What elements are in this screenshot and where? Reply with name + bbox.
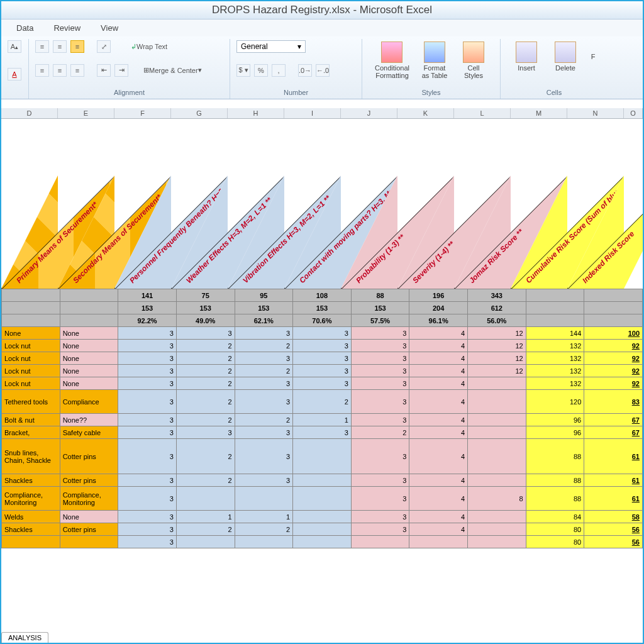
data-cell[interactable] <box>468 414 526 426</box>
summary-cell[interactable] <box>60 302 118 314</box>
data-cell[interactable]: Compliance, Monitoring <box>60 487 118 511</box>
data-cell[interactable]: 3 <box>118 414 177 426</box>
data-cell[interactable]: 56 <box>584 523 643 536</box>
data-cell[interactable]: 144 <box>526 327 584 340</box>
data-cell[interactable]: 3 <box>351 327 409 340</box>
data-cell[interactable]: 2 <box>176 352 235 365</box>
data-cell[interactable]: 3 <box>235 439 293 474</box>
data-cell[interactable]: 132 <box>526 352 584 365</box>
summary-cell[interactable]: 141 <box>118 289 177 302</box>
data-cell[interactable]: Compliance, Monitoring <box>2 487 60 511</box>
data-cell[interactable]: 3 <box>235 474 293 487</box>
summary-cell[interactable]: 153 <box>235 302 293 314</box>
delete-cells[interactable]: Delete <box>548 40 583 73</box>
data-cell[interactable]: 2 <box>235 340 293 352</box>
data-cell[interactable]: 3 <box>293 327 352 340</box>
col-header[interactable]: O <box>624 108 643 118</box>
data-cell[interactable]: None?? <box>60 414 118 426</box>
data-cell[interactable] <box>293 536 352 548</box>
data-cell[interactable]: 2 <box>235 365 293 377</box>
data-cell[interactable]: 3 <box>351 340 409 352</box>
align-mid[interactable]: ≡ <box>53 40 67 53</box>
summary-cell[interactable]: 75 <box>176 289 235 302</box>
data-cell[interactable]: 12 <box>468 327 526 340</box>
data-cell[interactable]: 2 <box>293 390 352 414</box>
percent[interactable]: % <box>254 64 268 77</box>
format-cells[interactable]: F <box>587 52 599 62</box>
summary-cell[interactable] <box>2 289 60 302</box>
data-cell[interactable]: 4 <box>409 377 468 390</box>
data-cell[interactable]: 3 <box>351 352 409 365</box>
data-cell[interactable]: 2 <box>176 390 235 414</box>
data-cell[interactable]: 3 <box>351 390 409 414</box>
data-cell[interactable] <box>468 474 526 487</box>
data-cell[interactable]: 80 <box>526 523 584 536</box>
data-cell[interactable] <box>351 536 409 548</box>
data-cell[interactable]: 3 <box>118 377 177 390</box>
data-cell[interactable]: 2 <box>235 523 293 536</box>
summary-cell[interactable] <box>60 314 118 327</box>
data-cell[interactable]: 4 <box>409 523 468 536</box>
data-cell[interactable]: 3 <box>293 365 352 377</box>
data-cell[interactable]: Cotter pins <box>60 439 118 474</box>
col-header[interactable]: H <box>228 108 284 118</box>
indent-inc[interactable]: ⇥ <box>114 64 128 77</box>
data-cell[interactable]: Safety cable <box>60 426 118 439</box>
data-cell[interactable]: 67 <box>584 426 643 439</box>
data-cell[interactable] <box>468 511 526 523</box>
align-center[interactable]: ≡ <box>53 64 67 77</box>
data-cell[interactable]: 3 <box>351 439 409 474</box>
data-cell[interactable]: 4 <box>409 340 468 352</box>
data-cell[interactable]: 3 <box>351 487 409 511</box>
col-header[interactable]: G <box>171 108 228 118</box>
merge-center[interactable]: ⊞ Merge & Center ▾ <box>140 64 206 77</box>
data-cell[interactable]: Lock nut <box>2 340 60 352</box>
summary-cell[interactable] <box>526 289 584 302</box>
data-cell[interactable]: Lock nut <box>2 352 60 365</box>
data-cell[interactable]: 4 <box>409 487 468 511</box>
data-cell[interactable]: 96 <box>526 426 584 439</box>
data-cell[interactable]: 120 <box>526 390 584 414</box>
data-cell[interactable]: Shackles <box>2 523 60 536</box>
data-cell[interactable]: 2 <box>235 414 293 426</box>
data-cell[interactable]: 2 <box>176 340 235 352</box>
data-cell[interactable]: 2 <box>176 523 235 536</box>
comma[interactable]: , <box>272 64 286 77</box>
data-cell[interactable]: None <box>60 377 118 390</box>
summary-cell[interactable]: 153 <box>351 302 409 314</box>
data-grid[interactable]: 1417595108881963431531531531531532046129… <box>1 289 643 548</box>
data-cell[interactable]: 92 <box>584 365 643 377</box>
data-cell[interactable] <box>293 487 352 511</box>
data-cell[interactable] <box>468 377 526 390</box>
summary-cell[interactable]: 153 <box>176 302 235 314</box>
data-cell[interactable]: 3 <box>176 327 235 340</box>
data-cell[interactable]: None <box>2 327 60 340</box>
summary-cell[interactable]: 70.6% <box>293 314 352 327</box>
conditional-formatting[interactable]: Conditional Formatting <box>371 40 413 80</box>
data-cell[interactable]: 8 <box>468 487 526 511</box>
data-cell[interactable]: 3 <box>293 340 352 352</box>
summary-cell[interactable] <box>584 289 643 302</box>
data-cell[interactable]: 3 <box>235 377 293 390</box>
align-bot[interactable]: ≡ <box>70 40 84 53</box>
data-cell[interactable]: 132 <box>526 365 584 377</box>
data-cell[interactable]: 4 <box>409 327 468 340</box>
data-cell[interactable]: 88 <box>526 487 584 511</box>
menu-view[interactable]: View <box>101 23 118 33</box>
data-cell[interactable]: 92 <box>584 352 643 365</box>
summary-cell[interactable] <box>60 289 118 302</box>
data-cell[interactable]: 88 <box>526 439 584 474</box>
data-cell[interactable]: 132 <box>526 377 584 390</box>
col-header[interactable]: L <box>454 108 511 118</box>
data-cell[interactable]: 12 <box>468 365 526 377</box>
data-cell[interactable] <box>468 439 526 474</box>
format-as-table[interactable]: Format as Table <box>417 40 452 80</box>
data-cell[interactable]: 3 <box>118 487 177 511</box>
data-cell[interactable]: 3 <box>235 390 293 414</box>
data-cell[interactable] <box>2 536 60 548</box>
data-cell[interactable]: 3 <box>118 365 177 377</box>
inc-decimal[interactable]: .0→ <box>298 64 312 77</box>
col-header[interactable]: M <box>511 108 567 118</box>
data-cell[interactable]: 12 <box>468 352 526 365</box>
data-cell[interactable]: 3 <box>118 352 177 365</box>
